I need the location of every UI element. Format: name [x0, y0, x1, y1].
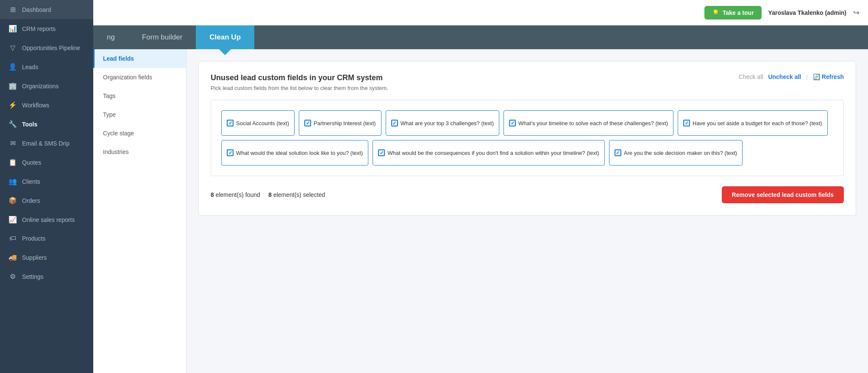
panel-title: Unused lead custom fields in your CRM sy… — [211, 73, 388, 82]
tab-form-builder[interactable]: Form builder — [128, 25, 196, 49]
sub-sidebar-item-lead-fields[interactable]: Lead fields — [93, 49, 186, 68]
sub-sidebar-item-tags[interactable]: Tags — [93, 87, 186, 105]
uncheck-all-button[interactable]: Uncheck all — [768, 73, 801, 80]
field-chip[interactable]: Social Accounts (text) — [221, 110, 295, 136]
sidebar-label-email-sms: Email & SMS Drip — [22, 140, 70, 147]
panel-footer: 8 element(s) found 8 element(s) selected… — [211, 186, 844, 203]
refresh-icon: 🔄 — [813, 73, 820, 80]
refresh-button[interactable]: 🔄 Refresh — [813, 73, 844, 80]
field-chip[interactable]: What would the ideal solution look like … — [221, 140, 368, 165]
sidebar-label-quotes: Quotes — [22, 159, 41, 166]
found-label: element(s) found — [216, 191, 260, 198]
field-checkbox[interactable] — [391, 120, 398, 126]
field-label: What would the ideal solution look like … — [236, 150, 363, 156]
field-checkbox[interactable] — [509, 120, 516, 126]
field-checkbox[interactable] — [378, 149, 385, 156]
sidebar-label-products: Products — [22, 235, 45, 242]
topbar: 💡 Take a tour Yaroslava Tkalenko (admin)… — [93, 0, 868, 25]
sidebar-item-quotes[interactable]: 📋 Quotes — [0, 153, 93, 172]
field-chip[interactable]: What are your top 3 challenges? (text) — [386, 110, 499, 136]
sidebar-item-leads[interactable]: 👤 Leads — [0, 57, 93, 76]
sidebar-label-workflows: Workflows — [22, 102, 49, 109]
take-tour-button[interactable]: 💡 Take a tour — [704, 6, 762, 20]
panel-actions: Check all Uncheck all | 🔄 Refresh — [739, 73, 844, 80]
dashboard-icon: ⊞ — [8, 6, 17, 14]
logout-icon[interactable]: ↪ — [853, 8, 860, 17]
sub-sidebar-item-industries[interactable]: Industries — [93, 143, 186, 161]
workflows-icon: ⚡ — [8, 101, 17, 109]
found-count: 8 — [211, 191, 214, 198]
remove-selected-button[interactable]: Remove selected lead custom fields — [722, 186, 844, 203]
field-label: Are you the sole decision maker on this?… — [624, 150, 737, 156]
email-sms-icon: ✉ — [8, 139, 17, 147]
selected-label: element(s) selected — [273, 191, 325, 198]
suppliers-icon: 🚚 — [8, 253, 17, 261]
field-label: Social Accounts (text) — [236, 120, 289, 126]
field-label: Have you set aside a budget for each of … — [693, 120, 822, 126]
sub-sidebar-item-type[interactable]: Type — [93, 105, 186, 124]
organizations-icon: 🏢 — [8, 82, 17, 90]
sidebar-item-tools[interactable]: 🔧 Tools — [0, 115, 93, 134]
lightbulb-icon: 💡 — [712, 9, 719, 16]
field-label: What would be the consequences if you do… — [387, 150, 599, 156]
products-icon: 🏷 — [8, 235, 17, 242]
sidebar-label-dashboard: Dashboard — [22, 6, 51, 13]
leads-icon: 👤 — [8, 63, 17, 71]
sidebar-item-dashboard[interactable]: ⊞ Dashboard — [0, 0, 93, 19]
main-content: 💡 Take a tour Yaroslava Tkalenko (admin)… — [93, 0, 868, 373]
sidebar-item-clients[interactable]: 👥 Clients — [0, 172, 93, 191]
sidebar-item-settings[interactable]: ⚙ Settings — [0, 267, 93, 286]
tab-partial: ng — [93, 25, 128, 49]
content-area: Lead fieldsOrganization fieldsTagsTypeCy… — [93, 49, 868, 373]
divider: | — [806, 73, 808, 80]
field-checkbox[interactable] — [227, 149, 234, 156]
field-chip[interactable]: Are you the sole decision maker on this?… — [609, 140, 743, 165]
settings-icon: ⚙ — [8, 272, 17, 280]
tab-clean-up[interactable]: Clean Up — [196, 25, 254, 49]
found-info: 8 element(s) found 8 element(s) selected — [211, 191, 325, 198]
panel-subtitle: Pick lead custom fields from the list be… — [211, 85, 388, 91]
sidebar-label-suppliers: Suppliers — [22, 254, 47, 261]
sidebar-item-online-sales[interactable]: 📈 Online sales reports — [0, 210, 93, 229]
user-label: Yaroslava Tkalenko (admin) — [768, 9, 846, 16]
sidebar-item-orders[interactable]: 📦 Orders — [0, 191, 93, 210]
panel-title-area: Unused lead custom fields in your CRM sy… — [211, 73, 388, 91]
field-label: Partnership Interest (text) — [314, 120, 376, 126]
clients-icon: 👥 — [8, 177, 17, 185]
field-checkbox[interactable] — [227, 120, 234, 126]
sub-sidebar: Lead fieldsOrganization fieldsTagsTypeCy… — [93, 49, 186, 373]
field-chip[interactable]: What's your timeline to solve each of th… — [504, 110, 673, 136]
sidebar-item-suppliers[interactable]: 🚚 Suppliers — [0, 248, 93, 267]
crm-reports-icon: 📊 — [8, 25, 17, 33]
panel-header: Unused lead custom fields in your CRM sy… — [211, 73, 844, 91]
field-chip[interactable]: Partnership Interest (text) — [299, 110, 381, 136]
sidebar-label-leads: Leads — [22, 64, 38, 70]
field-chip[interactable]: Have you set aside a budget for each of … — [678, 110, 828, 136]
sidebar-item-products[interactable]: 🏷 Products — [0, 229, 93, 248]
main-panel: Unused lead custom fields in your CRM sy… — [186, 49, 868, 373]
sidebar-label-orders: Orders — [22, 197, 40, 204]
field-checkbox[interactable] — [615, 149, 621, 156]
check-all-button[interactable]: Check all — [739, 73, 763, 80]
sidebar-item-workflows[interactable]: ⚡ Workflows — [0, 95, 93, 115]
sidebar-label-opportunities: Opportunities Pipeline — [22, 45, 80, 51]
tab-bar: ng Form builder Clean Up — [93, 25, 868, 49]
field-label: What's your timeline to solve each of th… — [518, 120, 668, 126]
field-label: What are your top 3 challenges? (text) — [401, 120, 494, 126]
field-chip[interactable]: What would be the consequences if you do… — [373, 140, 605, 165]
panel-card: Unused lead custom fields in your CRM sy… — [198, 61, 856, 216]
opportunities-icon: ▽ — [8, 44, 17, 52]
sidebar-item-organizations[interactable]: 🏢 Organizations — [0, 76, 93, 95]
sub-sidebar-item-cycle-stage[interactable]: Cycle stage — [93, 124, 186, 143]
sidebar-item-crm-reports[interactable]: 📊 CRM reports — [0, 19, 93, 38]
field-checkbox[interactable] — [683, 120, 690, 126]
fields-area: Social Accounts (text) Partnership Inter… — [211, 100, 844, 176]
sub-sidebar-item-org-fields[interactable]: Organization fields — [93, 68, 186, 87]
selected-count: 8 — [268, 191, 272, 198]
sidebar-label-online-sales: Online sales reports — [22, 216, 75, 223]
sidebar-label-tools: Tools — [22, 121, 37, 128]
sidebar-item-email-sms[interactable]: ✉ Email & SMS Drip — [0, 134, 93, 153]
sidebar-item-opportunities[interactable]: ▽ Opportunities Pipeline — [0, 38, 93, 57]
sidebar-label-crm-reports: CRM reports — [22, 25, 56, 32]
field-checkbox[interactable] — [304, 120, 311, 126]
